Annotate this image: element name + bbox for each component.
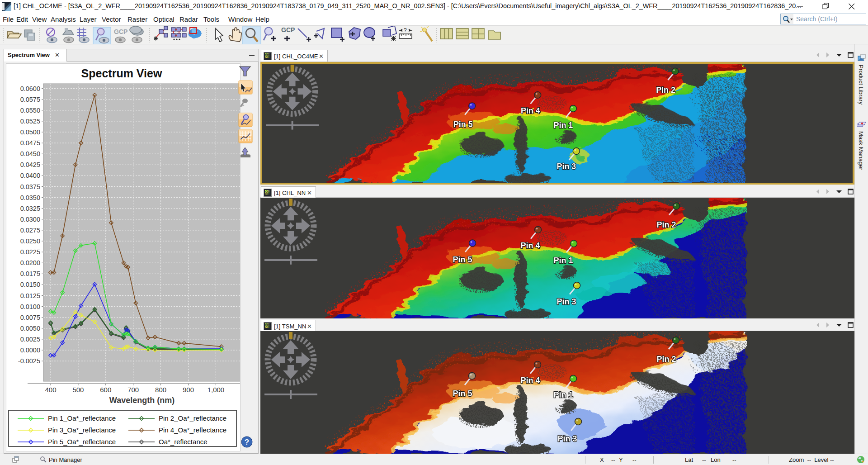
svg-text:500: 500 (72, 386, 84, 394)
svg-text:?: ? (404, 27, 407, 33)
svg-text:700: 700 (127, 386, 139, 394)
svg-text:0.0300: 0.0300 (20, 216, 40, 223)
svg-text:800: 800 (155, 386, 166, 394)
svg-text:600: 600 (100, 386, 111, 394)
svg-text:Pin 2: Pin 2 (656, 355, 676, 364)
svg-text:Pin 5_Oa*_reflectance: Pin 5_Oa*_reflectance (48, 438, 116, 446)
svg-text:0.0600: 0.0600 (20, 85, 40, 92)
svg-text:0.0375: 0.0375 (20, 183, 40, 190)
svg-text:0.0325: 0.0325 (20, 205, 40, 212)
svg-text:Pin 1: Pin 1 (554, 121, 573, 130)
svg-text:0.0175: 0.0175 (20, 270, 40, 277)
svg-text:Pin 4: Pin 4 (520, 241, 540, 250)
svg-text:?: ? (245, 438, 249, 446)
svg-text:Pin 3: Pin 3 (557, 162, 576, 171)
svg-text:Pin 1_Oa*_reflectance: Pin 1_Oa*_reflectance (48, 414, 116, 422)
svg-text:0.0025: 0.0025 (20, 336, 40, 343)
svg-text:Wavelength (nm): Wavelength (nm) (109, 396, 175, 405)
svg-text:0.0425: 0.0425 (20, 161, 40, 168)
svg-text:Pin 3: Pin 3 (557, 298, 576, 307)
svg-text:Pin 4: Pin 4 (521, 106, 540, 115)
svg-text:400: 400 (45, 386, 56, 394)
svg-text:900: 900 (183, 386, 194, 394)
svg-text:0.0550: 0.0550 (20, 107, 40, 114)
svg-text:GCP: GCP (281, 26, 295, 33)
svg-text:Spectrum View: Spectrum View (81, 67, 162, 80)
svg-text:Pin 5: Pin 5 (453, 120, 473, 129)
svg-text:0.0100: 0.0100 (20, 303, 40, 310)
svg-text:0.0150: 0.0150 (20, 281, 40, 288)
svg-text:-0.0025: -0.0025 (18, 357, 40, 365)
svg-text:0.0350: 0.0350 (20, 194, 40, 201)
svg-text:Pin 5: Pin 5 (453, 255, 472, 264)
svg-text:0.0575: 0.0575 (20, 96, 40, 103)
svg-text:Pin 3: Pin 3 (557, 434, 577, 443)
svg-text:0.0500: 0.0500 (20, 128, 40, 136)
svg-text:Pin 4_Oa*_reflectance: Pin 4_Oa*_reflectance (159, 426, 226, 434)
svg-text:Oa*_reflectance: Oa*_reflectance (159, 438, 208, 446)
svg-text:Pin 3_Oa*_reflectance: Pin 3_Oa*_reflectance (48, 426, 116, 434)
svg-text:Pin 5: Pin 5 (453, 389, 472, 398)
svg-text:Pin 2_Oa*_reflectance: Pin 2_Oa*_reflectance (159, 414, 226, 422)
svg-text:Pin 2: Pin 2 (656, 85, 675, 95)
svg-text:0.0200: 0.0200 (20, 259, 40, 266)
svg-text:Pin 1: Pin 1 (553, 390, 573, 399)
svg-text:0.0400: 0.0400 (20, 172, 40, 179)
svg-text:0.0450: 0.0450 (20, 150, 40, 157)
svg-text:0.0050: 0.0050 (20, 325, 40, 332)
svg-text:Pin 4: Pin 4 (520, 376, 540, 385)
svg-text:0.0075: 0.0075 (20, 314, 40, 321)
svg-text:0.0275: 0.0275 (20, 227, 40, 234)
svg-text:0.0125: 0.0125 (20, 292, 40, 299)
svg-text:Pin 2: Pin 2 (656, 220, 676, 229)
svg-text:0.0000: 0.0000 (20, 346, 40, 354)
svg-text:0.0525: 0.0525 (20, 118, 40, 125)
svg-text:0.0250: 0.0250 (20, 237, 40, 245)
svg-text:0.0475: 0.0475 (20, 139, 40, 147)
svg-text:Pin 1: Pin 1 (553, 256, 573, 265)
svg-text:1,000: 1,000 (208, 386, 225, 394)
svg-text:0.0225: 0.0225 (20, 248, 40, 256)
svg-text:GCP: GCP (114, 28, 127, 35)
